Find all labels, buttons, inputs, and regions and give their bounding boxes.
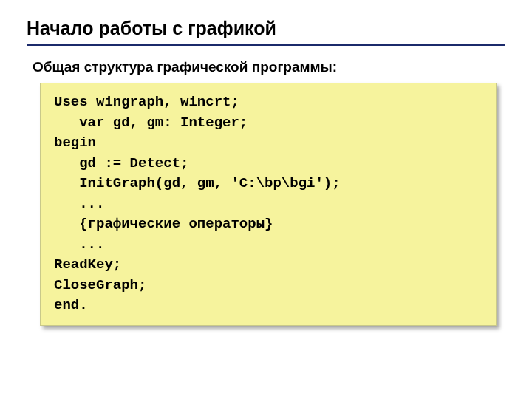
code-line: begin [54, 134, 96, 151]
code-line: ReadKey; [54, 256, 121, 273]
section-subtitle: Общая структура графической программы: [33, 59, 505, 75]
code-line: end. [54, 297, 88, 313]
code-example-box: Uses wingraph, wincrt; var gd, gm: Integ… [40, 83, 497, 326]
title-rule [27, 44, 505, 46]
code-line: InitGraph(gd, gm, 'C:\bp\bgi'); [54, 175, 341, 191]
code-line: ... [54, 236, 104, 253]
page-title: Начало работы с графикой [27, 18, 505, 44]
code-example: Uses wingraph, wincrt; var gd, gm: Integ… [54, 92, 482, 316]
code-line: CloseGraph; [54, 277, 146, 293]
code-line: var gd, gm: Integer; [54, 115, 248, 131]
code-line: ... [54, 196, 104, 212]
code-line: {графические операторы} [54, 216, 273, 232]
code-line: Uses wingraph, wincrt; [54, 94, 239, 110]
code-line: gd := Detect; [54, 155, 188, 171]
